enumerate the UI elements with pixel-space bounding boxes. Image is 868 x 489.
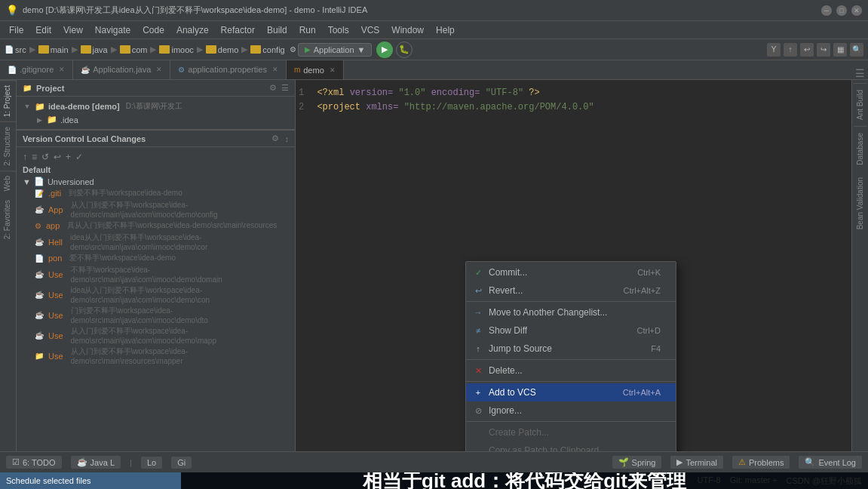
git-icon[interactable]: Y — [767, 43, 781, 57]
ctx-add-vcs[interactable]: + Add to VCS Ctrl+Alt+A — [466, 383, 676, 401]
menu-view[interactable]: View — [57, 23, 89, 37]
vc-file-use4[interactable]: ☕ Use 从入门到爱不释手\workspace\idea-demo\src\m… — [17, 325, 295, 346]
sidebar-item-web[interactable]: Web — [0, 171, 16, 195]
menu-window[interactable]: Window — [385, 23, 430, 37]
tab-settings-icon[interactable]: ☰ — [855, 67, 865, 79]
ctx-ignore[interactable]: ⊘ Ignore... — [466, 401, 676, 420]
vc-file-hell[interactable]: ☕ Hell idea从入门到爱不释手\workspace\idea-demo\… — [17, 232, 295, 252]
root-folder-icon: 📁 — [35, 102, 45, 112]
sidebar-item-favorites[interactable]: 2: Favorites — [0, 195, 16, 244]
sidebar-ant-build[interactable]: Ant Build — [854, 83, 866, 126]
sidebar-database[interactable]: Database — [854, 126, 866, 171]
close-button[interactable]: ✕ — [851, 5, 862, 16]
vc-file-use1[interactable]: ☕ Use 不释手\workspace\idea-demo\src\main\j… — [17, 264, 295, 284]
giti-path: 到爱不释手\workspace\idea-demo — [69, 188, 182, 198]
run-button[interactable]: ▶ — [376, 42, 393, 58]
tree-idea-folder[interactable]: ▶ 📁 .idea — [17, 113, 295, 126]
menu-help[interactable]: Help — [430, 23, 461, 37]
vc-icon2[interactable]: ≡ — [32, 152, 37, 162]
tab-demo[interactable]: m demo ✕ — [287, 60, 344, 79]
git-button[interactable]: Gi — [171, 457, 192, 469]
tab-application-properties[interactable]: ⚙ application.properties ✕ — [170, 60, 287, 79]
move-icon: → — [472, 306, 484, 318]
menu-build[interactable]: Build — [261, 23, 293, 37]
terminal-button[interactable]: ▶ Terminal — [670, 456, 723, 469]
line-num-2: 2 — [299, 102, 304, 112]
tab-gitignore[interactable]: 📄 .gitignore ✕ — [0, 60, 73, 79]
menu-tools[interactable]: Tools — [322, 23, 355, 37]
ctx-revert[interactable]: ↩ Revert... Ctrl+Alt+Z — [466, 281, 676, 300]
tree-root[interactable]: ▼ 📁 idea-demo [demo] D:\慕课网\开发工 — [17, 100, 295, 113]
breadcrumb-imooc[interactable]: imooc — [171, 45, 193, 54]
ignore-icon: ⊘ — [472, 404, 484, 417]
redo-icon[interactable]: ↪ — [817, 43, 830, 57]
vc-file-use3[interactable]: ☕ Use 门到爱不释手\workspace\idea-demo\src\mai… — [17, 305, 295, 325]
grid-icon[interactable]: ▦ — [833, 43, 847, 57]
vc-icon1[interactable]: ↑ — [23, 152, 27, 162]
tab-properties-close[interactable]: ✕ — [272, 66, 278, 73]
vc-icon6[interactable]: ✓ — [75, 152, 83, 162]
project-settings-icon[interactable]: ⚙ — [269, 83, 277, 93]
spring-button[interactable]: 🌱 Spring — [612, 456, 662, 469]
java-button[interactable]: ☕ Java L — [71, 456, 121, 469]
maximize-button[interactable]: □ — [836, 5, 847, 16]
tab-gitignore-close[interactable]: ✕ — [59, 66, 65, 73]
tab-application-java[interactable]: ☕ Application.java ✕ — [73, 60, 170, 79]
sidebar-item-structure[interactable]: 2: Structure — [0, 121, 16, 171]
vcs-icon[interactable]: ↑ — [784, 43, 797, 57]
vc-unversioned-header[interactable]: ▼ 📄 Unversioned — [17, 176, 295, 187]
ctx-delete-label: Delete... — [489, 365, 523, 376]
ctx-create-patch: Create Patch... — [466, 423, 676, 441]
vc-file-app[interactable]: ☕ App 从入门到爱不释手\workspace\idea-demo\src\m… — [17, 199, 295, 220]
ctx-commit[interactable]: ✓ Commit... Ctrl+K — [466, 263, 676, 281]
menu-code[interactable]: Code — [136, 23, 170, 37]
toolbar-right-icons: Y ↑ ↩ ↪ ▦ 🔍 — [767, 43, 863, 57]
menu-run[interactable]: Run — [293, 23, 322, 37]
vc-file-giti[interactable]: 📝 .giti 到爱不释手\workspace\idea-demo — [17, 187, 295, 199]
menu-file[interactable]: File — [3, 23, 29, 37]
code-line-1: 1 <?xml version= "1.0" encoding= "UTF-8"… — [299, 86, 845, 100]
sidebar-bean-validation[interactable]: Bean Validation — [854, 171, 866, 235]
ctx-jump-source[interactable]: ↑ Jump to Source F4 — [466, 340, 676, 358]
menu-refactor[interactable]: Refactor — [215, 23, 261, 37]
undo-icon[interactable]: ↩ — [800, 43, 814, 57]
gitignore-icon: 📄 — [8, 66, 17, 74]
breadcrumb-java[interactable]: java — [93, 45, 108, 54]
vc-icon3[interactable]: ↺ — [41, 152, 49, 162]
vc-file-use2[interactable]: ☕ Use idea从入门到爱不释手\workspace\idea-demo\s… — [17, 284, 295, 305]
ctx-move-changelist[interactable]: → Move to Another Changelist... — [466, 303, 676, 321]
breadcrumb-com[interactable]: com — [132, 45, 148, 54]
menu-vcs[interactable]: VCS — [355, 23, 386, 37]
log-button[interactable]: Lo — [141, 457, 162, 469]
vc-expand-icon[interactable]: ↕ — [285, 134, 290, 143]
vc-settings-icon[interactable]: ⚙ — [271, 134, 279, 143]
vc-file-app2[interactable]: ⚙ app 具从入门到爱不释手\workspace\idea-demo\src\… — [17, 220, 295, 232]
editor-area[interactable]: 1 <?xml version= "1.0" encoding= "UTF-8"… — [296, 80, 851, 451]
vc-icon5[interactable]: + — [66, 152, 71, 162]
breadcrumb-config[interactable]: config — [262, 45, 284, 54]
debug-button[interactable]: 🐛 — [396, 42, 413, 58]
menu-navigate[interactable]: Navigate — [89, 23, 136, 37]
ctx-delete[interactable]: ✕ Delete... — [466, 361, 676, 380]
search-icon[interactable]: 🔍 — [850, 43, 863, 57]
todo-button[interactable]: ☑ 6: TODO — [6, 456, 62, 469]
use3-name: Use — [48, 311, 63, 320]
minimize-button[interactable]: ─ — [821, 5, 832, 16]
project-gear-icon[interactable]: ☰ — [281, 83, 289, 93]
breadcrumb-main[interactable]: main — [51, 45, 69, 54]
event-log-button[interactable]: 🔍 Event Log — [799, 456, 862, 469]
breadcrumb-demo[interactable]: demo — [218, 45, 239, 54]
problems-button[interactable]: ⚠ Problems — [732, 456, 790, 469]
tab-demo-close[interactable]: ✕ — [330, 66, 336, 74]
vc-file-use5[interactable]: 📁 Use 从入门到爱不释手\workspace\idea-demo\src\m… — [17, 346, 295, 366]
menu-edit[interactable]: Edit — [29, 23, 57, 37]
use2-path: idea从入门到爱不释手\workspace\idea-demo\src\mai… — [71, 285, 290, 304]
vc-icon4[interactable]: ↩ — [54, 152, 61, 162]
sidebar-item-project[interactable]: 1: Project — [0, 80, 16, 121]
app-run-config-dropdown[interactable]: ▶ Application ▼ — [298, 43, 373, 57]
menu-analyze[interactable]: Analyze — [170, 23, 215, 37]
breadcrumb-src[interactable]: src — [15, 45, 26, 54]
tab-application-close[interactable]: ✕ — [156, 66, 162, 73]
ctx-show-diff[interactable]: ≠ Show Diff Ctrl+D — [466, 321, 676, 340]
vc-file-pon[interactable]: 📄 pon 爱不释手\workspace\idea-demo — [17, 252, 295, 264]
